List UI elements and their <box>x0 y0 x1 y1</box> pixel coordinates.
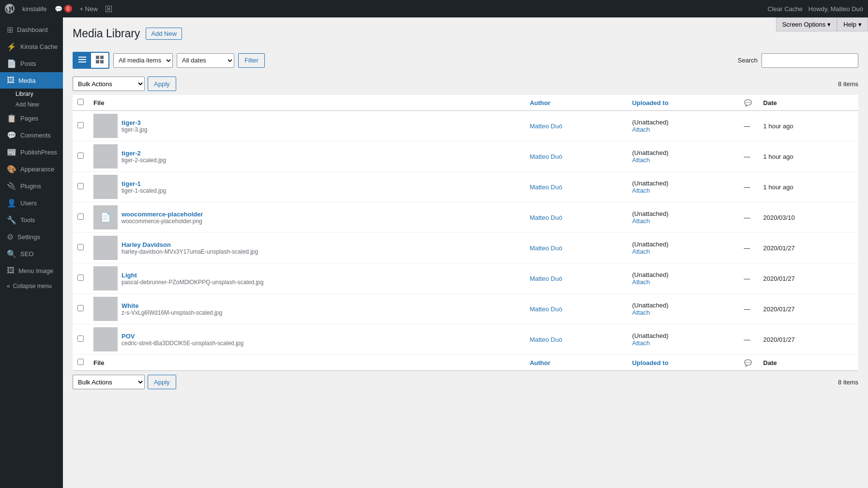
file-name-link[interactable]: woocommerce-placeholder <box>122 211 203 218</box>
svg-rect-2 <box>78 61 86 62</box>
row-checkbox-4[interactable] <box>77 244 84 250</box>
sidebar-item-media[interactable]: 🖼 Media <box>0 72 63 89</box>
sidebar-item-label-tools: Tools <box>20 216 35 224</box>
collapse-menu-button[interactable]: « Collapse menu <box>0 279 63 293</box>
file-cell: POVcedric-streit-tBa3DDClK5E-unsplash-sc… <box>89 324 525 355</box>
sidebar-item-label-publishpress: PublishPress <box>20 149 57 156</box>
sidebar-item-publishpress[interactable]: 📰 PublishPress <box>0 144 63 161</box>
svg-rect-1 <box>78 59 86 60</box>
help-label: Help <box>843 21 856 28</box>
apply-top-button[interactable]: Apply <box>148 76 176 91</box>
row-checkbox-5[interactable] <box>77 274 84 281</box>
row-checkbox-3[interactable] <box>77 214 84 220</box>
sidebar-item-plugins[interactable]: 🔌 Plugins <box>0 178 63 195</box>
attach-link[interactable]: Attach <box>632 217 734 225</box>
sidebar-item-tools[interactable]: 🔧 Tools <box>0 212 63 229</box>
date-header: Date <box>759 95 858 111</box>
file-thumbnail <box>93 266 118 290</box>
apply-bottom-button[interactable]: Apply <box>148 375 176 389</box>
search-input[interactable] <box>761 53 858 68</box>
sidebar-item-kinsta-cache[interactable]: ⚡ Kinsta Cache <box>0 38 63 55</box>
view-toggle <box>73 52 109 69</box>
row-checkbox-6[interactable] <box>77 305 84 311</box>
file-name-link[interactable]: White <box>122 302 222 309</box>
file-name-link[interactable]: Harley Davidson <box>122 241 258 248</box>
comments-item[interactable]: 💬 0 <box>55 5 72 13</box>
filter-dates-select[interactable]: All dates January 2020 February 2020 Mar… <box>177 53 234 68</box>
file-name-link[interactable]: tiger-2 <box>122 150 166 157</box>
list-view-button[interactable] <box>74 53 91 68</box>
sidebar-item-appearance[interactable]: 🎨 Appearance <box>0 161 63 178</box>
clear-cache-item[interactable]: Clear Cache <box>768 5 803 13</box>
sidebar-item-posts[interactable]: 📄 Posts <box>0 55 63 72</box>
unattached-label: (Unattached) <box>632 241 669 248</box>
attach-link[interactable]: Attach <box>632 156 734 164</box>
date-cell: 2020/01/27 <box>759 233 858 263</box>
collapse-arrow-icon: « <box>7 283 10 290</box>
sidebar-item-seo[interactable]: 🔍 SEO <box>0 245 63 262</box>
attach-link[interactable]: Attach <box>632 278 734 286</box>
howdy-item[interactable]: Howdy, Matteo Duò <box>808 5 863 13</box>
file-path-label: woocommerce-placeholder.png <box>122 218 203 225</box>
file-name-link[interactable]: tiger-3 <box>122 119 147 126</box>
sidebar-item-menu-image[interactable]: 🖼 Menu Image <box>0 262 63 279</box>
select-all-header <box>73 95 89 111</box>
file-name-link[interactable]: POV <box>122 333 244 340</box>
sidebar-item-settings[interactable]: ⚙ Settings <box>0 229 63 245</box>
row-checkbox-7[interactable] <box>77 336 84 342</box>
filter-media-select[interactable]: All media items Images Audio Video Docum… <box>113 53 173 68</box>
filter-button[interactable]: Filter <box>238 53 265 68</box>
author-link[interactable]: Matteo Duò <box>530 336 562 343</box>
sidebar-subitem-library[interactable]: Library <box>0 89 63 99</box>
author-link[interactable]: Matteo Duò <box>530 275 562 282</box>
author-link[interactable]: Matteo Duò <box>530 153 562 160</box>
bulk-actions-top-select[interactable]: Bulk Actions Delete Permanently <box>73 76 145 91</box>
attach-link[interactable]: Attach <box>632 126 734 133</box>
attach-link[interactable]: Attach <box>632 309 734 316</box>
file-text-wrap: Whitez-s-VxLg6lWd16M-unsplash-scaled.jpg <box>122 302 222 316</box>
screen-options-button[interactable]: Screen Options ▾ <box>776 17 838 31</box>
row-checkbox-2[interactable] <box>77 183 84 189</box>
date-cell: 2020/03/10 <box>759 202 858 233</box>
sidebar-item-users[interactable]: 👤 Users <box>0 195 63 212</box>
select-all-checkbox[interactable] <box>77 99 84 105</box>
date-value: 2020/01/27 <box>763 275 795 282</box>
row-checkbox-1[interactable] <box>77 152 84 159</box>
file-path-label: z-s-VxLg6lWd16M-unsplash-scaled.jpg <box>122 309 222 316</box>
author-link[interactable]: Matteo Duò <box>530 305 562 313</box>
attach-link[interactable]: Attach <box>632 187 734 194</box>
grid-view-button[interactable] <box>91 53 108 68</box>
add-new-button[interactable]: Add New <box>146 28 182 40</box>
help-button[interactable]: Help ▾ <box>837 17 868 31</box>
select-all-footer-checkbox[interactable] <box>77 359 84 365</box>
sidebar-item-comments[interactable]: 💬 Comments <box>0 127 63 144</box>
new-content-item[interactable]: + New <box>80 5 98 13</box>
file-text-wrap: POVcedric-streit-tBa3DDClK5E-unsplash-sc… <box>122 333 244 347</box>
author-link[interactable]: Matteo Duò <box>530 122 562 130</box>
table-row: POVcedric-streit-tBa3DDClK5E-unsplash-sc… <box>73 324 858 355</box>
wp-icon-item[interactable]: 🅆 <box>106 5 112 13</box>
sidebar-item-pages[interactable]: 📋 Pages <box>0 110 63 127</box>
site-name-item[interactable]: kinstalife <box>22 5 47 13</box>
author-link[interactable]: Matteo Duò <box>530 244 562 252</box>
author-column-label[interactable]: Author <box>530 99 550 107</box>
row-checkbox-0[interactable] <box>77 122 84 128</box>
uploaded-to-cell: (Unattached)Attach <box>627 141 739 172</box>
attach-link[interactable]: Attach <box>632 339 734 347</box>
file-name-link[interactable]: tiger-1 <box>122 180 166 187</box>
plugins-icon: 🔌 <box>7 182 16 191</box>
comment-count: 0 <box>64 5 72 13</box>
file-info: Harley Davidsonharley-davidson-MVx3Y17um… <box>93 236 520 260</box>
wp-mark-icon: 🅆 <box>106 5 112 13</box>
author-link[interactable]: Matteo Duò <box>530 214 562 221</box>
sidebar-item-dashboard[interactable]: ⊞ Dashboard <box>0 21 63 38</box>
file-name-link[interactable]: Light <box>122 272 263 279</box>
attach-link[interactable]: Attach <box>632 248 734 255</box>
wp-logo-item[interactable] <box>5 4 15 14</box>
uploaded-to-column-label[interactable]: Uploaded to <box>632 99 669 107</box>
row-checkbox-cell <box>73 294 89 324</box>
date-value: 2020/01/27 <box>763 305 795 313</box>
author-link[interactable]: Matteo Duò <box>530 183 562 191</box>
sidebar-subitem-add-new[interactable]: Add New <box>0 99 63 110</box>
bulk-actions-bottom-select[interactable]: Bulk Actions Delete Permanently <box>73 375 145 389</box>
